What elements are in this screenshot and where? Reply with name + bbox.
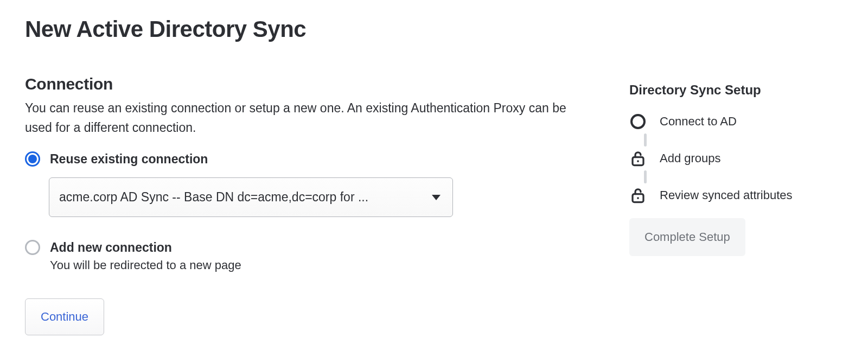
step-connector xyxy=(644,170,647,183)
reuse-connection-option[interactable]: Reuse existing connection xyxy=(25,151,589,167)
chevron-down-icon xyxy=(432,195,441,200)
reuse-connection-radio[interactable] xyxy=(25,151,40,167)
connection-select[interactable]: acme.corp AD Sync -- Base DN dc=acme,dc=… xyxy=(49,177,453,217)
setup-step-label: Review synced attributes xyxy=(660,188,793,202)
setup-step-label: Connect to AD xyxy=(660,114,737,129)
add-new-connection-label: Add new connection xyxy=(50,240,172,255)
sidebar-title: Directory Sync Setup xyxy=(622,82,828,98)
setup-step-connect[interactable]: Connect to AD xyxy=(629,113,828,130)
add-new-connection-sub: You will be redirected to a new page xyxy=(50,258,589,272)
circle-icon xyxy=(629,113,647,130)
page-title: New Active Directory Sync xyxy=(25,16,589,42)
continue-button[interactable]: Continue xyxy=(25,298,104,335)
complete-setup-button: Complete Setup xyxy=(629,218,745,256)
svg-point-1 xyxy=(637,160,639,162)
setup-step-review: Review synced attributes xyxy=(629,187,828,204)
connection-heading: Connection xyxy=(25,75,589,93)
reuse-connection-label: Reuse existing connection xyxy=(50,152,208,167)
connection-description: You can reuse an existing connection or … xyxy=(25,99,567,137)
connection-select-value: acme.corp AD Sync -- Base DN dc=acme,dc=… xyxy=(59,190,368,205)
setup-step-add-groups: Add groups xyxy=(629,150,828,167)
setup-step-label: Add groups xyxy=(660,151,721,165)
main-content: New Active Directory Sync Connection You… xyxy=(25,16,589,335)
svg-point-3 xyxy=(637,197,639,199)
add-new-connection-option[interactable]: Add new connection xyxy=(25,240,589,255)
lock-icon xyxy=(629,187,647,204)
step-connector xyxy=(644,133,647,147)
lock-icon xyxy=(629,150,647,167)
add-new-connection-radio[interactable] xyxy=(25,240,40,255)
setup-sidebar: Directory Sync Setup Connect to AD Add g… xyxy=(622,16,828,256)
